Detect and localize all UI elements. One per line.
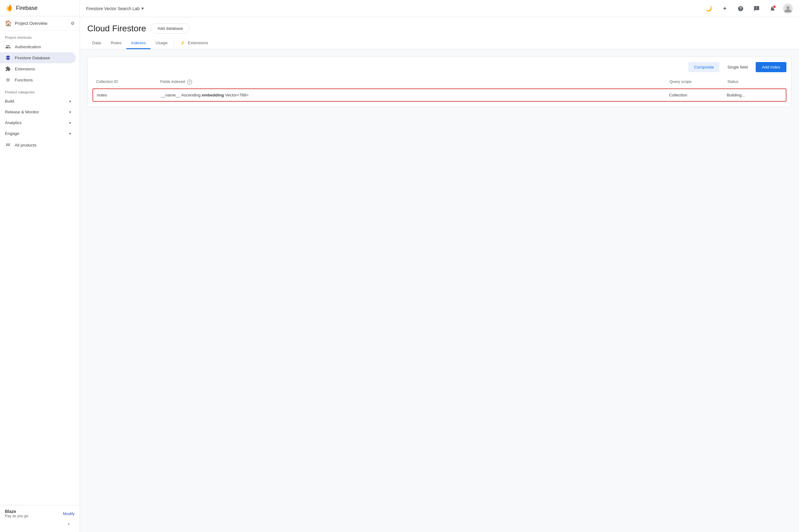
- app-title: Firebase: [16, 5, 37, 11]
- svg-point-3: [786, 6, 789, 9]
- sidebar-bottom: Blaze Pay as you go Modify ‹: [0, 505, 79, 532]
- build-label: Build: [5, 99, 14, 103]
- all-products-label: All products: [15, 143, 37, 148]
- plan-details: Blaze Pay as you go: [5, 509, 28, 518]
- row-collection-id: notes: [97, 93, 158, 97]
- index-panel: Composite Single field Add index Collect…: [87, 57, 792, 107]
- tab-extensions[interactable]: ⚡ Extensions: [175, 37, 213, 49]
- firebase-logo: Firebase: [5, 4, 37, 12]
- sidebar-category-analytics[interactable]: Analytics ▾: [0, 117, 76, 128]
- firebase-flame-icon: [5, 4, 14, 12]
- tab-rules[interactable]: Rules: [106, 37, 127, 49]
- project-dropdown-arrow-icon: ▾: [141, 5, 144, 11]
- people-icon: [5, 44, 11, 50]
- single-field-button[interactable]: Single field: [722, 62, 753, 72]
- release-monitor-label: Release & Monitor: [5, 110, 39, 114]
- project-overview-item[interactable]: 🏠 Project Overview ⚙: [0, 16, 79, 31]
- row-status: Building...: [727, 93, 782, 97]
- content-body: Composite Single field Add index Collect…: [80, 50, 799, 532]
- extensions-tab-icon: ⚡: [180, 41, 185, 45]
- main-content: Firestore Vector Search Lab ▾ 🌙 ✦ Cloud …: [80, 0, 799, 532]
- svg-point-0: [7, 79, 9, 81]
- modify-plan-button[interactable]: Modify: [63, 511, 75, 516]
- release-monitor-chevron-icon: ▾: [69, 110, 71, 114]
- settings-icon[interactable]: ⚙: [71, 21, 75, 26]
- build-chevron-icon: ▾: [69, 99, 71, 103]
- shortcuts-section-label: Project shortcuts: [0, 31, 79, 41]
- row-fields: __name__ Ascending embedding Vector<768>: [161, 93, 667, 97]
- sidebar-category-build[interactable]: Build ▾: [0, 96, 76, 107]
- firestore-icon: [5, 55, 11, 61]
- extensions-icon: [5, 66, 11, 72]
- home-icon: 🏠: [5, 20, 12, 27]
- engage-label: Engage: [5, 131, 19, 136]
- analytics-label: Analytics: [5, 120, 21, 125]
- query-scope-header: Query scope: [670, 79, 725, 84]
- index-table-header: Collection ID Fields indexed ? Query sco…: [93, 77, 786, 87]
- sidebar-category-release-monitor[interactable]: Release & Monitor ▾: [0, 107, 76, 117]
- collapse-sidebar-icon[interactable]: ‹: [68, 521, 70, 527]
- sidebar-item-extensions[interactable]: Extensions: [0, 63, 76, 74]
- tab-extensions-label: Extensions: [188, 41, 208, 45]
- status-header: Status: [727, 79, 783, 84]
- sidebar-collapse: ‹: [5, 518, 75, 528]
- index-toolbar: Composite Single field Add index: [93, 62, 786, 72]
- sidebar-header: Firebase: [0, 0, 79, 16]
- sidebar: Firebase 🏠 Project Overview ⚙ Project sh…: [0, 0, 80, 532]
- project-selector[interactable]: Firestore Vector Search Lab ▾: [86, 5, 144, 11]
- sidebar-item-functions[interactable]: Functions: [0, 74, 76, 86]
- grid-icon: [5, 142, 11, 148]
- composite-button[interactable]: Composite: [688, 62, 720, 72]
- sidebar-item-authentication[interactable]: Authentication: [0, 41, 76, 52]
- content-topbar: Cloud Firestore Add database Data Rules …: [80, 17, 799, 50]
- all-products-item[interactable]: All products: [0, 139, 79, 151]
- extensions-label: Extensions: [15, 66, 35, 71]
- project-overview-label: Project Overview: [15, 21, 68, 26]
- firestore-label: Firestore Database: [15, 56, 50, 60]
- functions-label: Functions: [15, 78, 33, 82]
- tab-usage[interactable]: Usage: [151, 37, 172, 49]
- project-name: Firestore Vector Search Lab: [86, 6, 140, 11]
- dark-mode-button[interactable]: 🌙: [703, 3, 714, 14]
- notifications-button[interactable]: [767, 3, 778, 14]
- plan-sub: Pay as you go: [5, 514, 28, 518]
- add-database-button[interactable]: Add database: [151, 23, 189, 34]
- fields-indexed-help-icon[interactable]: ?: [187, 79, 192, 84]
- analytics-chevron-icon: ▾: [69, 121, 71, 125]
- categories-section-label: Product categories: [0, 86, 79, 96]
- authentication-label: Authentication: [15, 44, 41, 49]
- collection-id-header: Collection ID: [96, 79, 157, 84]
- table-row[interactable]: notes __name__ Ascending embedding Vecto…: [93, 89, 786, 102]
- functions-icon: [5, 77, 11, 83]
- tabs: Data Rules Indexes Usage ⚡ Extensions: [87, 37, 792, 49]
- ai-button[interactable]: ✦: [719, 3, 730, 14]
- add-index-button[interactable]: Add index: [756, 62, 786, 72]
- page-title: Cloud Firestore: [87, 24, 146, 34]
- tab-indexes[interactable]: Indexes: [126, 37, 151, 49]
- fields-indexed-header: Fields indexed ?: [160, 79, 667, 84]
- topbar: Firestore Vector Search Lab ▾ 🌙 ✦: [80, 0, 799, 17]
- sidebar-category-engage[interactable]: Engage ▾: [0, 128, 76, 139]
- user-avatar[interactable]: [783, 4, 793, 14]
- engage-chevron-icon: ▾: [69, 131, 71, 136]
- tab-data[interactable]: Data: [87, 37, 106, 49]
- sidebar-item-firestore[interactable]: Firestore Database: [0, 52, 76, 63]
- content-title-row: Cloud Firestore Add database: [87, 17, 792, 37]
- plan-info: Blaze Pay as you go Modify: [5, 509, 75, 518]
- plan-name: Blaze: [5, 509, 28, 514]
- help-button[interactable]: [735, 3, 746, 14]
- row-query-scope: Collection: [669, 93, 724, 97]
- feedback-button[interactable]: [751, 3, 762, 14]
